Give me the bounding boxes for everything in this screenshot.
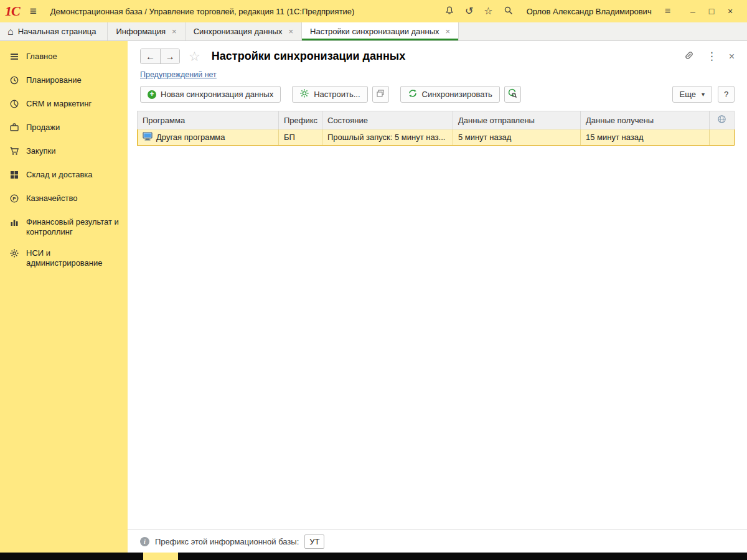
bar-chart-icon [9, 217, 19, 230]
sidebar-item-prodazhi[interactable]: Продажи [0, 117, 128, 141]
tab-close-icon[interactable]: × [288, 27, 293, 36]
maximize-button[interactable]: □ [702, 6, 721, 16]
sidebar-item-kaznacheystvo[interactable]: P Казначейство [0, 188, 128, 212]
sidebar-item-label: CRM и маркетинг [26, 99, 92, 109]
prefix-value: УТ [304, 534, 324, 549]
sync-list-table: Программа Префикс Состояние Данные отпра… [137, 111, 735, 146]
page-title: Настройки синхронизации данных [212, 50, 405, 63]
history-nav: ← → [140, 49, 180, 64]
help-button[interactable]: ? [718, 86, 735, 103]
sidebar-item-label: Склад и доставка [26, 170, 93, 180]
back-button[interactable]: ← [141, 49, 160, 63]
plus-circle-icon: + [148, 90, 156, 99]
prefix-label: Префикс этой информационной базы: [155, 537, 299, 546]
panels-menu-icon[interactable]: ≡ [665, 6, 670, 16]
app-window: 1С ≡ Демонстрационная база / Управление … [0, 0, 747, 560]
cell-state: Прошлый запуск: 5 минут наз... [322, 129, 453, 145]
menu-lines-icon [9, 52, 19, 64]
forward-button[interactable]: → [160, 49, 179, 63]
tab-close-icon[interactable]: × [446, 27, 451, 36]
pie-chart-icon [9, 99, 19, 111]
minimize-button[interactable]: – [684, 6, 702, 16]
table-row[interactable]: Другая программа БП Прошлый запуск: 5 ми… [137, 129, 735, 146]
warnings-link[interactable]: Предупреждений нет [140, 70, 217, 79]
home-icon: ⌂ [7, 26, 14, 37]
configure-gear-icon [299, 88, 309, 100]
sidebar-item-label: Продажи [26, 123, 60, 133]
sync-details-button[interactable] [504, 86, 521, 103]
tab-nastroyki-sinhronizacii[interactable]: Настройки синхронизации данных × [302, 22, 459, 40]
close-window-button[interactable]: × [721, 6, 740, 16]
sidebar-item-crm-marketing[interactable]: CRM и маркетинг [0, 93, 128, 117]
svg-text:P: P [12, 196, 16, 202]
main-menu-icon[interactable]: ≡ [30, 4, 37, 18]
sidebar-item-glavnoe[interactable]: Главное [0, 46, 128, 70]
open-in-window-button[interactable] [372, 86, 389, 103]
table-header-row: Программа Префикс Состояние Данные отпра… [137, 111, 735, 129]
column-header-received[interactable]: Данные получены [581, 111, 710, 129]
coin-icon: P [9, 194, 19, 206]
globe-icon [717, 114, 726, 126]
column-header-prefix[interactable]: Префикс [279, 111, 322, 129]
cell-globe [710, 129, 733, 145]
sidebar-item-label: Казначейство [26, 194, 77, 203]
clock-icon [9, 75, 19, 88]
new-sync-label: Новая синхронизация данных [161, 90, 273, 99]
get-link-icon[interactable] [684, 50, 695, 63]
more-label: Еще [680, 90, 696, 99]
tab-close-icon[interactable]: × [172, 27, 177, 36]
column-header-globe[interactable] [710, 111, 733, 129]
configure-button[interactable]: Настроить... [292, 86, 367, 103]
sidebar-item-nsi-administrirovanie[interactable]: НСИ и администрирование [0, 243, 128, 274]
overlapping-windows-icon [376, 89, 385, 100]
sidebar-item-label: Главное [26, 52, 57, 62]
column-header-program[interactable]: Программа [138, 111, 279, 129]
add-to-favorites-star-icon[interactable]: ☆ [189, 49, 200, 64]
sections-panel: Главное Планирование CRM и маркетинг Про… [0, 41, 128, 553]
more-actions-kebab-icon[interactable]: ⋮ [707, 50, 717, 63]
history-icon[interactable]: ↺ [465, 6, 473, 16]
column-header-sent[interactable]: Данные отправлены [453, 111, 581, 129]
tab-label: Настройки синхронизации данных [310, 27, 439, 36]
tab-home-label: Начальная страница [18, 27, 96, 36]
tab-informaciya[interactable]: Информация × [108, 22, 185, 40]
command-bar: + Новая синхронизация данных Настроить..… [140, 86, 735, 103]
current-user[interactable]: Орлов Александр Владимирович [527, 7, 652, 16]
briefcase-icon [9, 123, 19, 135]
grid-icon [9, 170, 19, 182]
window-controls: – □ × [684, 6, 740, 16]
cell-program-text: Другая программа [156, 133, 225, 142]
form-header-right: ⋮ × [684, 50, 735, 63]
column-header-state[interactable]: Состояние [322, 111, 453, 129]
taskbar-strip [0, 553, 747, 560]
more-button[interactable]: Еще ▾ [672, 86, 712, 103]
sidebar-item-finansovyi-rezultat[interactable]: Финансовый результат и контроллинг [0, 212, 128, 243]
favorites-star-icon[interactable]: ☆ [484, 6, 492, 16]
synchronize-button[interactable]: Синхронизировать [400, 86, 500, 103]
sync-arrows-icon [408, 88, 418, 100]
notifications-bell-icon[interactable] [444, 6, 454, 17]
help-label: ? [724, 90, 728, 99]
tab-label: Синхронизация данных [194, 27, 283, 36]
cell-prefix: БП [279, 129, 322, 145]
search-icon[interactable] [504, 6, 514, 17]
form-sync-settings: ← → ☆ Настройки синхронизации данных ⋮ ×… [128, 41, 747, 553]
cell-sent: 5 минут назад [453, 129, 581, 145]
tab-sinhronizaciya-dannyh[interactable]: Синхронизация данных × [186, 22, 302, 40]
titlebar-right: ↺ ☆ Орлов Александр Владимирович ≡ – □ × [444, 6, 740, 17]
tab-label: Информация [116, 27, 166, 36]
close-form-icon[interactable]: × [729, 51, 735, 62]
sidebar-item-label: НСИ и администрирование [26, 248, 123, 268]
sidebar-item-zakupki[interactable]: Закупки [0, 141, 128, 164]
tab-home[interactable]: ⌂ Начальная страница [0, 22, 108, 40]
titlebar: 1С ≡ Демонстрационная база / Управление … [0, 0, 747, 22]
chevron-down-icon: ▾ [702, 91, 705, 98]
sidebar-item-sklad-dostavka[interactable]: Склад и доставка [0, 164, 128, 188]
configure-label: Настроить... [314, 90, 360, 99]
cart-icon [9, 146, 19, 159]
body: Главное Планирование CRM и маркетинг Про… [0, 41, 747, 553]
sync-search-icon [507, 88, 517, 100]
sidebar-item-planirovanie[interactable]: Планирование [0, 70, 128, 93]
cell-received: 15 минут назад [581, 129, 710, 145]
new-sync-button[interactable]: + Новая синхронизация данных [140, 86, 281, 103]
